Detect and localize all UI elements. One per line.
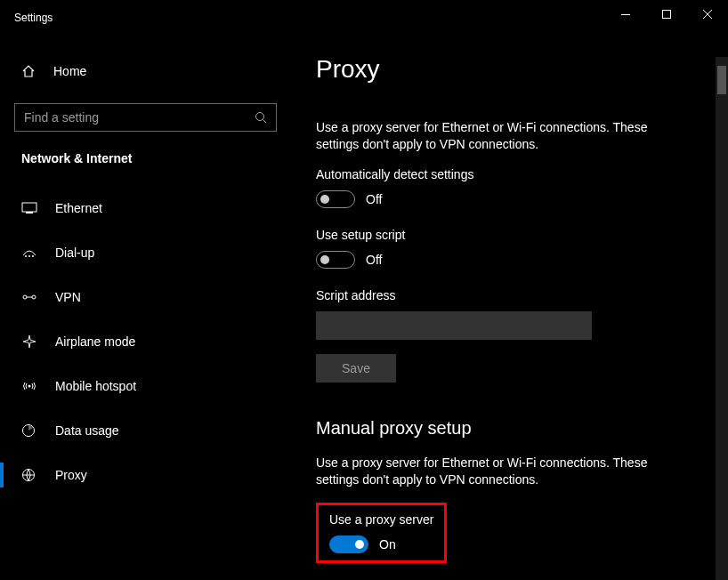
setup-script-state: Off <box>366 253 382 267</box>
scrollbar[interactable] <box>716 57 728 580</box>
sidebar-item-airplane[interactable]: Airplane mode <box>14 324 298 359</box>
home-nav[interactable]: Home <box>14 53 298 89</box>
close-button[interactable] <box>687 0 728 28</box>
sidebar-item-datausage[interactable]: Data usage <box>14 413 298 448</box>
titlebar: Settings <box>0 0 728 36</box>
datausage-icon <box>21 423 39 438</box>
script-address-input[interactable] <box>316 311 592 340</box>
manual-description: Use a proxy server for Ethernet or Wi-Fi… <box>316 455 690 488</box>
svg-point-5 <box>25 255 27 257</box>
scroll-thumb[interactable] <box>717 66 726 94</box>
use-proxy-toggle[interactable] <box>329 536 368 553</box>
sidebar-item-label: Airplane mode <box>55 334 135 349</box>
svg-point-8 <box>23 295 27 299</box>
caption-buttons <box>605 0 728 36</box>
page-title: Proxy <box>316 55 716 84</box>
search-box[interactable] <box>14 103 277 132</box>
maximize-button[interactable] <box>646 0 687 28</box>
home-label: Home <box>53 64 86 78</box>
ethernet-icon <box>21 202 39 214</box>
dialup-icon <box>21 246 39 259</box>
save-button[interactable]: Save <box>316 354 396 383</box>
svg-point-2 <box>256 113 264 121</box>
setup-script-label: Use setup script <box>316 228 716 242</box>
setup-script-toggle[interactable] <box>316 251 355 269</box>
category-label: Network & Internet <box>14 151 298 165</box>
sidebar-item-label: Proxy <box>55 468 87 482</box>
vpn-icon <box>21 291 39 303</box>
svg-rect-1 <box>663 11 671 19</box>
svg-point-9 <box>32 295 36 299</box>
sidebar-item-label: VPN <box>55 290 81 304</box>
svg-rect-4 <box>26 212 33 213</box>
main-panel: Proxy Use a proxy server for Ethernet or… <box>298 36 716 580</box>
script-address-label: Script address <box>316 288 716 302</box>
window-title: Settings <box>14 12 53 24</box>
hotspot-icon <box>21 379 39 393</box>
airplane-icon <box>21 334 39 349</box>
auto-detect-state: Off <box>366 192 382 206</box>
sidebar-item-proxy[interactable]: Proxy <box>14 457 298 493</box>
auto-detect-label: Automatically detect settings <box>316 167 716 181</box>
search-input[interactable] <box>24 110 255 125</box>
auto-description: Use a proxy server for Ethernet or Wi-Fi… <box>316 119 690 153</box>
sidebar-item-label: Data usage <box>55 423 119 438</box>
sidebar-item-label: Ethernet <box>55 201 102 215</box>
sidebar-item-ethernet[interactable]: Ethernet <box>14 190 298 226</box>
proxy-icon <box>21 468 39 482</box>
svg-point-10 <box>28 385 31 388</box>
sidebar-item-label: Dial-up <box>55 246 94 260</box>
sidebar: Home Network & Internet Ethernet Dial-up… <box>0 36 298 580</box>
svg-point-7 <box>32 255 34 257</box>
svg-point-6 <box>28 255 30 257</box>
auto-detect-toggle[interactable] <box>316 190 355 208</box>
home-icon <box>21 64 39 78</box>
sidebar-item-label: Mobile hotspot <box>55 379 136 393</box>
sidebar-item-dialup[interactable]: Dial-up <box>14 235 298 270</box>
search-icon <box>255 111 267 124</box>
use-proxy-state: On <box>379 537 396 552</box>
highlight-box: Use a proxy server On <box>316 503 447 563</box>
sidebar-item-vpn[interactable]: VPN <box>14 279 298 315</box>
minimize-button[interactable] <box>605 0 646 28</box>
use-proxy-label: Use a proxy server <box>329 512 433 527</box>
manual-section-title: Manual proxy setup <box>316 418 716 439</box>
svg-rect-0 <box>621 14 630 15</box>
svg-rect-3 <box>22 203 36 212</box>
sidebar-item-hotspot[interactable]: Mobile hotspot <box>14 368 298 404</box>
